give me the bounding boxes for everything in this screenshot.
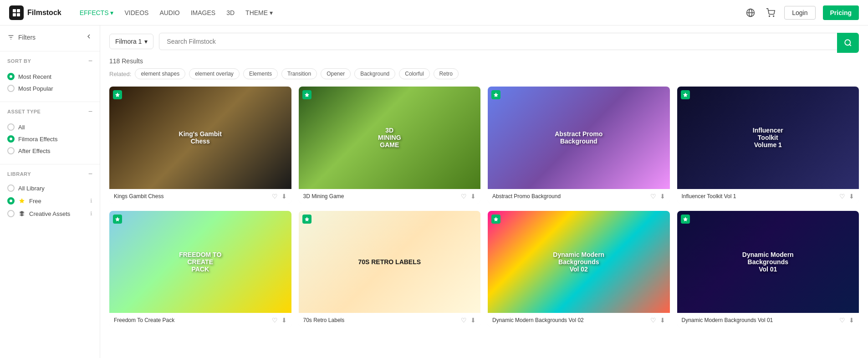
sort-by-collapse[interactable]: − xyxy=(88,57,92,65)
library-free[interactable]: Free ℹ xyxy=(0,194,100,207)
asset-type-options: All Filmora Effects After Effects xyxy=(0,119,100,162)
free-info-icon[interactable]: ℹ xyxy=(90,198,92,204)
like-button[interactable]: ♡ xyxy=(839,193,845,200)
filter-icon xyxy=(7,34,15,41)
library-free-label: Free xyxy=(29,198,41,205)
asset-card-dynamic-vol1[interactable]: Dynamic ModernBackgroundsVol 01 Dynamic … xyxy=(677,211,859,328)
thumb-label-kings-gambit: King's GambitChess xyxy=(175,127,225,148)
sort-most-recent-label: Most Recent xyxy=(18,73,51,80)
asset-name: 70s Retro Labels xyxy=(303,317,461,323)
asset-footer: 3D Mining Game ♡ ⬇ xyxy=(299,189,481,204)
sidebar-header: Filters xyxy=(0,33,100,49)
asset-thumb-influencer: InfluencerToolkitVolume 1 xyxy=(677,87,859,189)
logo-text: Filmstock xyxy=(27,9,61,17)
tag-transition[interactable]: Transition xyxy=(281,68,317,79)
asset-type-collapse[interactable]: − xyxy=(88,107,92,116)
svg-marker-21 xyxy=(494,217,498,221)
like-button[interactable]: ♡ xyxy=(272,317,278,324)
like-button[interactable]: ♡ xyxy=(461,193,467,200)
search-input-wrap xyxy=(159,33,859,50)
sort-most-recent[interactable]: Most Recent xyxy=(7,71,92,82)
cart-icon[interactable] xyxy=(764,6,777,19)
asset-type-filmora[interactable]: Filmora Effects xyxy=(7,133,92,145)
search-button[interactable] xyxy=(837,33,859,53)
asset-name: Influencer Toolkit Vol 1 xyxy=(682,193,840,199)
library-all[interactable]: All Library xyxy=(0,182,100,194)
tag-element-overlay[interactable]: element overlay xyxy=(189,68,240,79)
search-input[interactable] xyxy=(159,33,859,50)
like-button[interactable]: ♡ xyxy=(839,317,845,324)
pricing-button[interactable]: Pricing xyxy=(823,5,859,20)
nav-theme[interactable]: THEME ▾ xyxy=(245,9,273,16)
asset-name: Kings Gambit Chess xyxy=(114,193,272,199)
sidebar: Filters SORT BY − Most Recent Most Popul… xyxy=(0,26,100,358)
logo[interactable]: Filmstock xyxy=(9,5,61,20)
login-button[interactable]: Login xyxy=(784,6,815,20)
asset-actions: ♡ ⬇ xyxy=(650,193,665,200)
thumb-label-dynamic-vol1: Dynamic ModernBackgroundsVol 01 xyxy=(739,247,797,276)
asset-type-filmora-radio xyxy=(7,135,15,143)
search-bar-row: Filmora 1 ▾ xyxy=(109,33,859,50)
like-button[interactable]: ♡ xyxy=(272,193,278,200)
chevron-down-icon: ▾ xyxy=(110,9,113,16)
download-button[interactable]: ⬇ xyxy=(849,317,854,324)
sort-most-popular[interactable]: Most Popular xyxy=(7,82,92,94)
asset-card-kings-gambit[interactable]: King's GambitChess Kings Gambit Chess ♡ … xyxy=(109,87,291,204)
tag-background[interactable]: Background xyxy=(354,68,395,79)
asset-thumb-freedom: FREEDOM TOCREATEPACK xyxy=(109,211,291,313)
filmstock-badge xyxy=(491,215,500,224)
related-tags-row: Related: element shapes element overlay … xyxy=(109,68,859,79)
like-button[interactable]: ♡ xyxy=(650,193,656,200)
asset-type-title: ASSET TYPE xyxy=(7,109,41,114)
asset-type-after-effects[interactable]: After Effects xyxy=(7,145,92,157)
asset-type-all[interactable]: All xyxy=(7,121,92,133)
thumb-label-influencer: InfluencerToolkitVolume 1 xyxy=(749,123,787,152)
globe-icon[interactable] xyxy=(744,6,757,19)
library-creative-assets[interactable]: Creative Assets ℹ xyxy=(0,207,100,220)
svg-marker-22 xyxy=(683,217,688,221)
chevron-down-icon: ▾ xyxy=(270,9,273,16)
like-button[interactable]: ♡ xyxy=(650,317,656,324)
nav-3d[interactable]: 3D xyxy=(226,9,235,16)
download-button[interactable]: ⬇ xyxy=(281,317,287,324)
asset-actions: ♡ ⬇ xyxy=(461,317,476,324)
tag-opener[interactable]: Opener xyxy=(321,68,351,79)
tag-colorful[interactable]: Colorful xyxy=(399,68,429,79)
tag-elements[interactable]: Elements xyxy=(243,68,278,79)
nav-videos[interactable]: VIDEOS xyxy=(124,9,148,16)
asset-card-freedom[interactable]: FREEDOM TOCREATEPACK Freedom To Create P… xyxy=(109,211,291,328)
sidebar-collapse-button[interactable] xyxy=(85,33,92,42)
download-button[interactable]: ⬇ xyxy=(660,193,665,200)
like-button[interactable]: ♡ xyxy=(461,317,467,324)
download-button[interactable]: ⬇ xyxy=(470,317,476,324)
related-label: Related: xyxy=(109,71,131,77)
filmstock-badge xyxy=(302,215,311,224)
nav-effects[interactable]: EFFECTS ▾ xyxy=(80,9,114,16)
asset-card-mining-game[interactable]: 3DMININGGAME 3D Mining Game ♡ ⬇ xyxy=(299,87,481,204)
tag-retro[interactable]: Retro xyxy=(434,68,459,79)
download-button[interactable]: ⬇ xyxy=(470,193,476,200)
svg-rect-0 xyxy=(13,9,16,12)
thumb-label-freedom: FREEDOM TOCREATEPACK xyxy=(175,247,225,276)
asset-type-all-label: All xyxy=(18,124,25,131)
download-button[interactable]: ⬇ xyxy=(849,193,854,200)
nav-audio[interactable]: AUDIO xyxy=(159,9,179,16)
download-button[interactable]: ⬇ xyxy=(660,317,665,324)
download-button[interactable]: ⬇ xyxy=(281,193,287,200)
asset-thumb-dynamic-vol1: Dynamic ModernBackgroundsVol 01 xyxy=(677,211,859,313)
asset-card-influencer-toolkit[interactable]: InfluencerToolkitVolume 1 Influencer Too… xyxy=(677,87,859,204)
asset-thumb-kings-gambit: King's GambitChess xyxy=(109,87,291,189)
filmora-selector[interactable]: Filmora 1 ▾ xyxy=(109,34,153,49)
asset-type-all-radio xyxy=(7,123,15,131)
asset-card-dynamic-vol2[interactable]: Dynamic ModernBackgroundsVol 02 Dynamic … xyxy=(488,211,670,328)
svg-marker-17 xyxy=(494,92,498,97)
creative-info-icon[interactable]: ℹ xyxy=(90,210,92,217)
library-collapse[interactable]: − xyxy=(88,170,92,178)
svg-point-13 xyxy=(845,40,850,45)
asset-card-retro-labels[interactable]: 70S RETRO LABELS 70s Retro Labels ♡ ⬇ xyxy=(299,211,481,328)
nav-images[interactable]: IMAGES xyxy=(191,9,215,16)
asset-card-abstract-promo[interactable]: Abstract PromoBackground Abstract Promo … xyxy=(488,87,670,204)
filmstock-badge xyxy=(491,90,500,99)
asset-name: Abstract Promo Background xyxy=(492,193,650,199)
tag-element-shapes[interactable]: element shapes xyxy=(135,68,185,79)
